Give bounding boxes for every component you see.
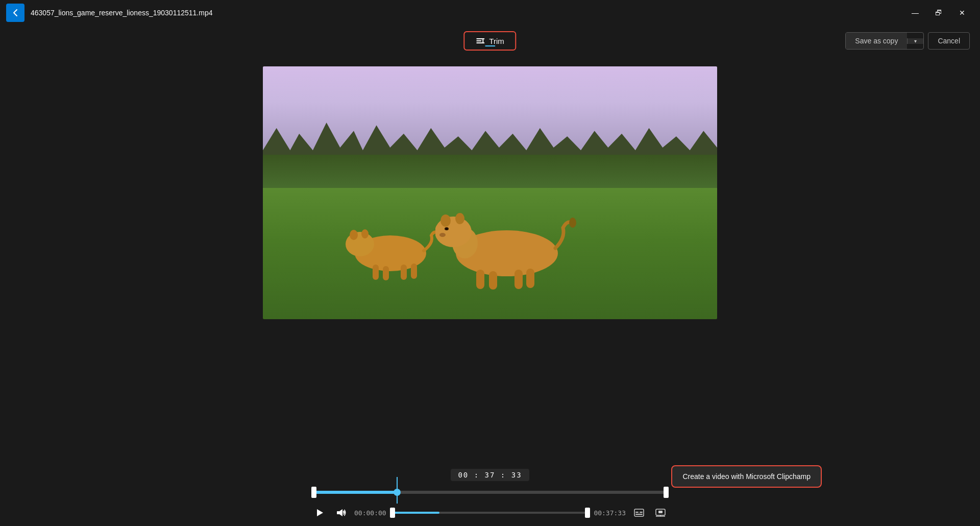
save-as-copy-button[interactable]: Save as copy	[846, 33, 907, 49]
progress-end-handle[interactable]	[585, 508, 590, 518]
svg-point-7	[361, 229, 369, 238]
speaker-icon	[336, 508, 346, 518]
svg-point-16	[440, 214, 451, 227]
trim-underline	[485, 45, 495, 46]
title-bar: 463057_lions_game_reserve_lioness_190301…	[0, 0, 980, 26]
svg-point-6	[350, 230, 358, 240]
timeline-track[interactable]	[311, 485, 669, 499]
track-fill	[311, 491, 397, 494]
cast-button[interactable]	[652, 505, 669, 521]
svg-point-19	[446, 228, 448, 230]
cancel-button[interactable]: Cancel	[928, 32, 970, 50]
minimize-button[interactable]: —	[903, 4, 927, 22]
playhead-circle[interactable]	[394, 489, 401, 496]
subtitles-icon	[633, 507, 645, 518]
svg-rect-2	[476, 42, 484, 43]
clipchamp-label: Create a video with Microsoft Clipchamp	[682, 472, 811, 481]
time-display: 00 : 37 : 33	[451, 469, 529, 481]
subtitles-button[interactable]	[631, 505, 647, 521]
close-button[interactable]: ✕	[950, 4, 974, 22]
lioness-1	[345, 207, 447, 289]
trim-label: Trim	[489, 37, 504, 45]
svg-rect-11	[411, 264, 417, 279]
play-button[interactable]	[311, 505, 328, 521]
toolbar-right: Save as copy ▾ Cancel	[845, 32, 970, 50]
filename-label: 463057_lions_game_reserve_lioness_190301…	[31, 9, 903, 17]
time-end-label: 00:37:33	[593, 509, 626, 517]
svg-rect-3	[482, 39, 483, 42]
video-scene	[263, 66, 717, 319]
svg-rect-27	[337, 511, 339, 514]
svg-rect-1	[476, 40, 481, 41]
svg-rect-38	[658, 511, 663, 513]
svg-point-25	[569, 218, 576, 228]
video-container: 00 : 37 : 33	[0, 56, 980, 526]
dropdown-chevron-icon: ▾	[914, 38, 917, 44]
svg-rect-9	[383, 266, 389, 280]
svg-rect-31	[634, 509, 644, 516]
back-button[interactable]	[6, 4, 24, 22]
svg-rect-24	[526, 269, 534, 288]
save-dropdown-button[interactable]: ▾	[907, 38, 923, 44]
time-start-label: 00:00:00	[354, 509, 387, 517]
progress-start-handle[interactable]	[390, 508, 395, 518]
window-controls: — 🗗 ✕	[903, 4, 974, 22]
save-as-copy-group: Save as copy ▾	[845, 32, 924, 50]
svg-rect-0	[476, 38, 484, 39]
svg-marker-26	[317, 509, 323, 516]
svg-rect-33	[640, 512, 643, 513]
svg-rect-34	[635, 514, 643, 515]
svg-marker-28	[339, 509, 342, 516]
toolbar: Trim Save as copy ▾ Cancel	[0, 26, 980, 56]
clipchamp-tooltip[interactable]: Create a video with Microsoft Clipchamp	[671, 465, 822, 488]
mute-button[interactable]	[333, 505, 349, 521]
trim-handle-start[interactable]	[311, 487, 316, 498]
progress-bar[interactable]	[393, 512, 587, 514]
svg-rect-23	[514, 270, 523, 289]
timeline-area: 00 : 37 : 33	[0, 465, 980, 526]
play-icon	[314, 508, 325, 518]
maximize-button[interactable]: 🗗	[927, 4, 950, 22]
video-frame	[263, 66, 717, 319]
svg-rect-22	[489, 271, 497, 290]
trim-icon	[476, 36, 485, 45]
mid-ground	[263, 155, 717, 193]
progress-fill	[393, 512, 439, 514]
lioness-2	[435, 192, 578, 294]
svg-point-17	[455, 213, 464, 224]
trim-button[interactable]: Trim	[463, 31, 516, 51]
cast-icon	[655, 507, 666, 518]
toolbar-center: Trim	[463, 31, 516, 51]
svg-rect-21	[476, 270, 484, 289]
trim-handle-end[interactable]	[664, 487, 669, 498]
svg-rect-10	[401, 265, 407, 280]
back-icon	[11, 9, 19, 17]
svg-point-20	[439, 233, 446, 237]
svg-rect-8	[373, 265, 379, 280]
controls-bar: 00:00:00 00:37:33	[311, 505, 669, 521]
svg-rect-32	[635, 512, 639, 513]
